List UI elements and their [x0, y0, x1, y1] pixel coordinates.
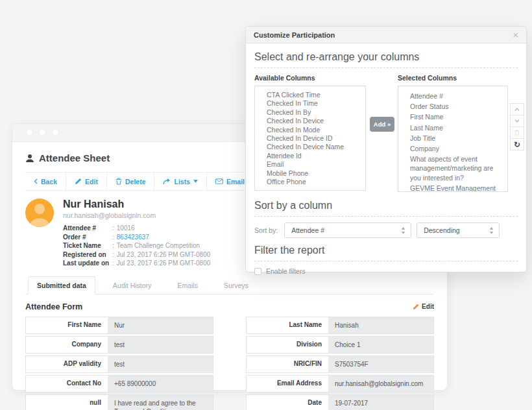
- field-value: test: [108, 356, 213, 372]
- tab-submitted-data[interactable]: Submitted data: [28, 276, 95, 295]
- trash-icon: [514, 130, 520, 136]
- available-column-item[interactable]: Email: [255, 160, 365, 169]
- detail-row-ticket-name: Ticket Name : Team Challenge Competition: [63, 241, 210, 250]
- section-heading-sort: Sort by a column: [254, 200, 518, 211]
- window-control-dot[interactable]: [26, 129, 33, 136]
- window-control-dot[interactable]: [52, 129, 59, 136]
- attendee-name: Nur Hanisah: [63, 199, 210, 210]
- person-icon: [25, 154, 34, 163]
- envelope-icon: [215, 178, 223, 184]
- dashed-divider: [254, 261, 518, 261]
- reorder-controls: ↻: [510, 104, 524, 151]
- detail-label: Registered on: [63, 250, 112, 259]
- available-column-item[interactable]: Mobile Phone: [255, 169, 365, 178]
- available-column-item[interactable]: Checked In Device Name: [255, 143, 365, 151]
- move-down-button[interactable]: [510, 115, 524, 127]
- form-row: ADP validity test: [25, 356, 213, 373]
- detail-label: Order #: [63, 233, 112, 242]
- sort-direction-select[interactable]: Descending: [417, 223, 500, 238]
- edit-button[interactable]: Edit: [66, 173, 107, 190]
- pencil-icon: [75, 178, 82, 185]
- field-value: S7503754F: [328, 356, 433, 372]
- chevron-left-icon: [34, 178, 38, 184]
- detail-row-last-update: Last update on : Jul 23, 2017 6:26 PM GM…: [63, 259, 210, 268]
- form-row: Division Choice 1: [246, 336, 434, 354]
- detail-label: Last update on: [63, 259, 112, 268]
- remove-column-button[interactable]: [510, 127, 524, 139]
- field-label: NRIC/FIN: [247, 356, 328, 372]
- detail-value: 10016: [117, 224, 135, 233]
- field-label: First Name: [26, 317, 108, 333]
- detail-row-attendee-number: Attendee # : 10016: [63, 224, 210, 233]
- order-number-link[interactable]: 863423637: [117, 233, 149, 242]
- attendee-form: First Name Nur Company test ADP validity…: [25, 317, 434, 410]
- selected-column-item[interactable]: Company: [398, 143, 507, 154]
- sort-column-select[interactable]: Attendee #: [284, 223, 411, 238]
- modal-title: Customize Participation: [254, 31, 335, 39]
- detail-value: Team Challenge Competition: [117, 241, 200, 250]
- available-column-item[interactable]: Checked In By: [255, 108, 365, 117]
- selected-columns-block: Selected Columns Attendee # Order Status…: [398, 74, 508, 192]
- field-label: Date: [247, 395, 328, 410]
- field-label: Contact No: [26, 376, 108, 392]
- field-label: ADP validity: [26, 356, 108, 372]
- field-label: null: [26, 395, 108, 410]
- customize-participation-modal: Customize Participation × Select and re-…: [245, 26, 527, 272]
- available-column-item[interactable]: Attendee Id: [255, 152, 365, 160]
- avatar: [25, 199, 54, 227]
- field-value: +65 89000000: [108, 376, 213, 392]
- selected-column-item[interactable]: First Name: [398, 112, 507, 122]
- window-control-dot[interactable]: [39, 129, 46, 136]
- share-arrow-icon: [163, 178, 171, 185]
- selected-column-item[interactable]: What aspects of event management/marketi…: [398, 154, 507, 183]
- dashed-divider: [254, 216, 518, 217]
- caret-down-icon: [193, 180, 198, 183]
- field-value: Choice 1: [328, 337, 433, 353]
- form-row: Email Address nur.hanisah@globalsignin.c…: [246, 375, 434, 392]
- field-value: 19-07-2017: [328, 395, 433, 410]
- selected-column-item[interactable]: Job Title: [398, 133, 507, 143]
- close-icon[interactable]: ×: [513, 30, 518, 40]
- available-column-item[interactable]: Checked In Mode: [255, 126, 365, 134]
- available-column-item[interactable]: Checked In Device: [255, 117, 365, 125]
- field-label: Email Address: [247, 376, 328, 392]
- enable-filters-label: Enable filters: [266, 267, 306, 275]
- detail-row-order-number: Order # : 863423637: [63, 233, 210, 242]
- back-button[interactable]: Back: [25, 173, 66, 190]
- selected-column-item[interactable]: GEVME Event Management Blog: [398, 183, 507, 192]
- add-columns-button[interactable]: Add »: [370, 117, 394, 132]
- form-row: First Name Nur: [25, 317, 213, 334]
- chevron-down-icon: [514, 119, 520, 123]
- tab-audit-history[interactable]: Audit History: [104, 277, 160, 294]
- section-heading-filter: Filter the report: [254, 245, 518, 256]
- available-columns-block: Available Columns CTA Clicked Time Check…: [254, 74, 366, 191]
- field-label: Last Name: [247, 317, 328, 333]
- field-value: test: [108, 337, 213, 353]
- form-row: null I have read and agree to the Terms …: [25, 394, 213, 410]
- field-value: I have read and agree to the Terms and C…: [108, 395, 213, 410]
- form-title: Attendee Form: [25, 302, 82, 311]
- available-column-item[interactable]: Office Phone: [255, 178, 365, 186]
- detail-value: Jul 23, 2017 6:26 PM GMT-0800: [117, 250, 211, 259]
- select-updown-icon: [401, 227, 405, 234]
- dashed-divider: [254, 67, 518, 68]
- delete-button[interactable]: Delete: [107, 173, 155, 190]
- tab-emails[interactable]: Emails: [169, 277, 206, 294]
- selected-column-item[interactable]: Order Status: [398, 101, 507, 112]
- detail-value: Jul 23, 2017 6:26 PM GMT-0800: [117, 259, 211, 268]
- selected-columns-list: Attendee # Order Status First Name Last …: [398, 86, 508, 192]
- lists-dropdown-button[interactable]: Lists: [154, 173, 207, 190]
- enable-filters-checkbox[interactable]: [254, 268, 261, 275]
- select-updown-icon: [489, 227, 494, 234]
- available-column-item[interactable]: Checked In Device ID: [255, 134, 365, 143]
- move-up-button[interactable]: [510, 103, 524, 115]
- trash-icon: [115, 178, 122, 185]
- modal-header: Customize Participation ×: [246, 27, 526, 43]
- selected-column-item[interactable]: Attendee #: [398, 91, 507, 101]
- pencil-icon: [413, 304, 419, 310]
- form-edit-button[interactable]: Edit: [413, 303, 434, 310]
- available-column-item[interactable]: Checked In Time: [255, 99, 365, 108]
- refresh-icon[interactable]: ↻: [510, 138, 524, 151]
- selected-column-item[interactable]: Last Name: [398, 123, 507, 133]
- available-column-item[interactable]: CTA Clicked Time: [255, 91, 365, 99]
